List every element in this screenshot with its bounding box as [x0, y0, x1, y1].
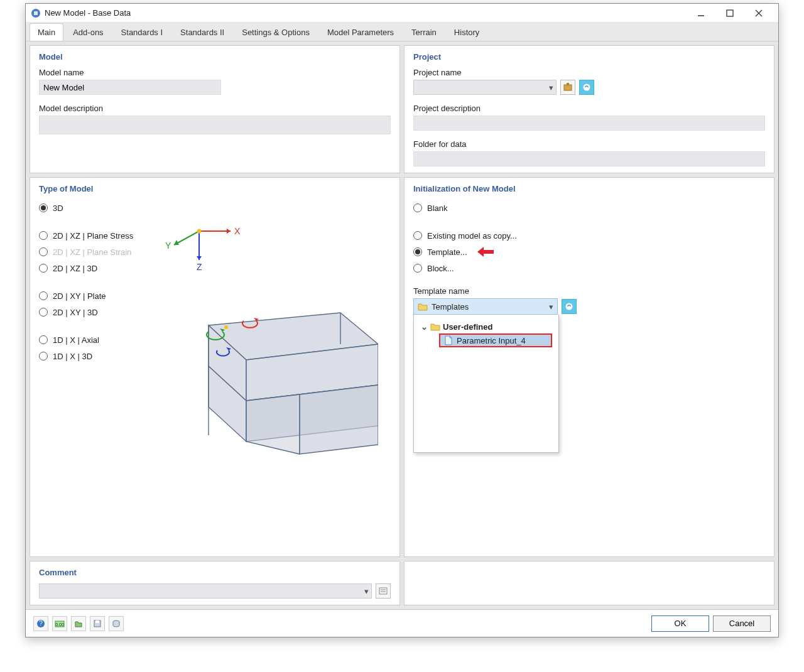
radio-label: Template... [427, 247, 467, 257]
tab-history[interactable]: History [446, 23, 487, 41]
init-heading: Initialization of New Model [413, 184, 765, 193]
file-icon [444, 335, 453, 345]
close-button[interactable] [744, 4, 773, 22]
type-radio-2d-xy-plate[interactable]: 2D | XY | Plate [39, 288, 146, 304]
type-panel: Type of Model 3D2D | XZ | Plane Stress2D… [30, 177, 400, 557]
folder-label: Folder for data [413, 139, 765, 149]
svg-point-31 [224, 325, 228, 329]
svg-rect-41 [95, 621, 99, 623]
radio-icon [39, 203, 48, 212]
project-cloud-button[interactable] [579, 80, 594, 95]
tab-terrain[interactable]: Terrain [403, 23, 445, 41]
type-radio-2d-xy-3d[interactable]: 2D | XY | 3D [39, 304, 146, 320]
project-manager-button[interactable] [560, 80, 575, 95]
type-radio-3d[interactable]: 3D [39, 200, 146, 216]
radio-icon [413, 247, 422, 256]
radio-label: 1D | X | Axial [53, 335, 99, 345]
template-cloud-button[interactable] [562, 299, 577, 314]
comment-edit-button[interactable] [376, 583, 391, 599]
tab-model-parameters[interactable]: Model Parameters [319, 23, 402, 41]
open-button[interactable] [71, 616, 86, 631]
chevron-down-icon: ▾ [364, 587, 369, 596]
radio-icon [39, 335, 48, 344]
units-button[interactable]: 0.00 [52, 616, 67, 631]
help-button[interactable]: ? [33, 616, 48, 631]
type-heading: Type of Model [39, 184, 391, 193]
init-radio-template-[interactable]: Template... [413, 244, 765, 260]
type-radio-1d-x-axial[interactable]: 1D | X | Axial [39, 332, 146, 348]
database-button[interactable] [109, 616, 124, 631]
project-name-combo[interactable]: ▾ [413, 80, 557, 95]
tab-standards-1[interactable]: Standards I [113, 23, 171, 41]
radio-icon [39, 291, 48, 300]
radio-label: 1D | X | 3D [53, 352, 92, 361]
model-desc-label: Model description [39, 104, 391, 113]
svg-text:X: X [234, 226, 241, 236]
tree-folder-row[interactable]: ⌄ User-defined [418, 320, 555, 333]
svg-text:Z: Z [197, 262, 202, 272]
titlebar: New Model - Base Data [26, 4, 778, 23]
window-title: New Model - Base Data [45, 8, 687, 18]
tab-standards-2[interactable]: Standards II [172, 23, 232, 41]
tab-addons[interactable]: Add-ons [65, 23, 111, 41]
svg-text:0.00: 0.00 [55, 622, 64, 627]
dialog-window: New Model - Base Data Main Add-ons Stand… [25, 3, 779, 637]
folder-input[interactable] [413, 151, 765, 166]
minimize-button[interactable] [687, 4, 715, 22]
svg-point-32 [566, 303, 573, 310]
tab-settings[interactable]: Settings & Options [234, 23, 318, 41]
project-desc-label: Project description [413, 104, 765, 113]
chevron-down-icon: ⌄ [420, 322, 428, 332]
type-radio-1d-x-3d[interactable]: 1D | X | 3D [39, 348, 146, 364]
type-radio-2d-xz-3d[interactable]: 2D | XZ | 3D [39, 260, 146, 276]
svg-marker-16 [197, 256, 202, 260]
radio-label: 2D | XY | 3D [53, 308, 98, 317]
cancel-button[interactable]: Cancel [713, 615, 771, 632]
svg-marker-10 [227, 229, 231, 234]
radio-icon [39, 352, 48, 360]
model-name-input[interactable] [39, 80, 221, 95]
radio-label: Existing model as copy... [427, 231, 517, 241]
comment-combo[interactable]: ▾ [39, 583, 372, 599]
ok-button[interactable]: OK [651, 615, 709, 632]
tab-main[interactable]: Main [30, 23, 63, 41]
init-radio-group: BlankExisting model as copy...Template..… [413, 200, 765, 276]
footer: ? 0.00 OK Cancel [26, 609, 778, 637]
radio-label: Block... [427, 264, 454, 273]
tab-bar: Main Add-ons Standards I Standards II Se… [26, 23, 778, 41]
save-button[interactable] [90, 616, 105, 631]
model-desc-input[interactable] [39, 116, 391, 134]
project-desc-input[interactable] [413, 116, 765, 131]
comment-heading: Comment [39, 568, 391, 577]
tree-item-label: Parametric Input_4 [457, 336, 526, 345]
folder-icon [418, 302, 428, 311]
init-radio-block-[interactable]: Block... [413, 260, 765, 276]
radio-label: 3D [53, 203, 63, 213]
init-radio-blank[interactable]: Blank [413, 200, 765, 216]
radio-icon [39, 231, 48, 240]
template-dropdown: ⌄ User-defined Parametric Input_4 [413, 315, 559, 453]
radio-icon [413, 231, 422, 240]
svg-rect-33 [379, 588, 387, 594]
maximize-button[interactable] [715, 4, 744, 22]
template-name-combo[interactable]: Templates ▾ [413, 298, 558, 315]
svg-point-18 [197, 229, 202, 234]
arrow-left-icon [477, 246, 494, 257]
radio-icon [413, 203, 422, 212]
svg-text:?: ? [39, 620, 43, 627]
svg-rect-7 [567, 83, 569, 85]
chevron-down-icon: ▾ [549, 83, 553, 92]
tree-folder-label: User-defined [443, 322, 492, 332]
init-radio-existing-model-as-copy-[interactable]: Existing model as copy... [413, 227, 765, 244]
type-radio-group: 3D2D | XZ | Plane Stress2D | XZ | Plane … [39, 200, 146, 463]
type-radio-2d-xz-plane-stress[interactable]: 2D | XZ | Plane Stress [39, 227, 146, 244]
radio-icon [39, 264, 48, 273]
type-radio-2d-xz-plane-strain: 2D | XZ | Plane Strain [39, 244, 146, 260]
radio-label: Blank [427, 203, 448, 213]
svg-rect-1 [34, 11, 38, 15]
radio-label: 2D | XZ | Plane Strain [53, 247, 131, 257]
tree-item-parametric-input-4[interactable]: Parametric Input_4 [439, 333, 552, 347]
project-name-label: Project name [413, 68, 765, 77]
comment-panel: Comment ▾ [30, 561, 400, 605]
svg-rect-6 [564, 85, 572, 90]
